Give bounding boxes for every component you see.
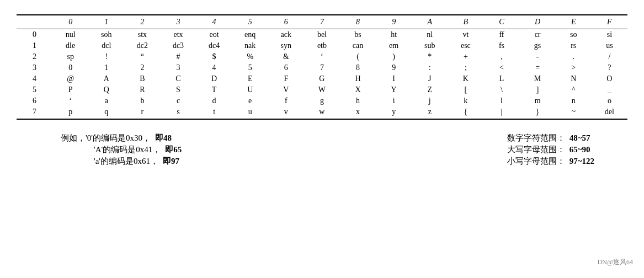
cell-3-5: 4 xyxy=(196,62,232,73)
cell-7-4: s xyxy=(160,106,196,119)
cell-2-10: ) xyxy=(376,51,412,62)
cell-2-14: - xyxy=(520,51,556,62)
cell-6-14: m xyxy=(520,95,556,106)
example-label-0: 例如，'0'的编码是0x30， xyxy=(61,133,151,143)
bottom-section: 例如，'0'的编码是0x30，即48'A'的编码是0x41，即65'a'的编码是… xyxy=(17,129,627,167)
range-row-0: 数字字符范围：48~57 xyxy=(507,133,594,143)
col-header-C: C xyxy=(483,15,519,29)
cell-3-6: 5 xyxy=(232,62,268,73)
cell-6-15: n xyxy=(556,95,592,106)
cell-7-5: t xyxy=(196,106,232,119)
cell-2-12: + xyxy=(448,51,483,62)
cell-3-2: 1 xyxy=(88,62,124,73)
cell-5-11: Z xyxy=(412,84,448,95)
col-header-B: B xyxy=(448,15,483,29)
row-index-5: 5 xyxy=(17,84,52,95)
cell-0-5: eot xyxy=(196,29,232,41)
row-index-3: 3 xyxy=(17,62,52,73)
cell-4-5: D xyxy=(196,73,232,84)
cell-0-2: soh xyxy=(88,29,124,41)
range-label-1: 大写字母范围： xyxy=(507,145,565,155)
row-index-1: 1 xyxy=(17,40,52,51)
table-row: 5PQRSTUVWXYZ[\]^_ xyxy=(17,84,627,95)
cell-2-16: / xyxy=(592,51,627,62)
table-header-row: 0123456789ABCDEF xyxy=(17,15,627,29)
cell-1-5: dc4 xyxy=(196,40,232,51)
cell-4-12: K xyxy=(448,73,483,84)
cell-6-12: k xyxy=(448,95,483,106)
cell-4-8: G xyxy=(304,73,340,84)
cell-3-7: 6 xyxy=(268,62,304,73)
cell-4-15: N xyxy=(556,73,592,84)
cell-2-9: ( xyxy=(340,51,376,62)
cell-5-5: T xyxy=(196,84,232,95)
cell-7-9: x xyxy=(340,106,376,119)
col-header-1: 1 xyxy=(88,15,124,29)
cell-6-3: b xyxy=(124,95,160,106)
cell-6-13: l xyxy=(483,95,519,106)
cell-1-13: fs xyxy=(483,40,519,51)
cell-2-8: ‘ xyxy=(304,51,340,62)
example-label-2: 'a'的编码是0x61， xyxy=(61,156,158,167)
cell-0-13: ff xyxy=(483,29,519,41)
col-header-3: 3 xyxy=(160,15,196,29)
watermark: DN@逐风64 xyxy=(598,258,633,267)
range-row-2: 小写字母范围：97~122 xyxy=(507,156,594,167)
cell-0-15: so xyxy=(556,29,592,41)
cell-1-3: dc2 xyxy=(124,40,160,51)
cell-1-7: syn xyxy=(268,40,304,51)
cell-2-15: . xyxy=(556,51,592,62)
row-index-6: 6 xyxy=(17,95,52,106)
cell-0-9: bs xyxy=(340,29,376,41)
range-value-0: 48~57 xyxy=(570,133,590,143)
range-label-0: 数字字符范围： xyxy=(507,133,565,143)
cell-6-11: j xyxy=(412,95,448,106)
cell-4-14: M xyxy=(520,73,556,84)
range-label-2: 小写字母范围： xyxy=(507,156,565,167)
cell-6-1: ‘ xyxy=(52,95,88,106)
cell-7-14: } xyxy=(520,106,556,119)
cell-7-13: | xyxy=(483,106,519,119)
cell-4-16: O xyxy=(592,73,627,84)
range-value-1: 65~90 xyxy=(570,145,590,154)
row-index-7: 7 xyxy=(17,106,52,119)
col-header-7: 7 xyxy=(304,15,340,29)
cell-0-14: cr xyxy=(520,29,556,41)
col-header-0: 0 xyxy=(52,15,88,29)
cell-7-10: y xyxy=(376,106,412,119)
col-header-9: 9 xyxy=(376,15,412,29)
cell-6-10: i xyxy=(376,95,412,106)
cell-0-10: ht xyxy=(376,29,412,41)
cell-4-3: B xyxy=(124,73,160,84)
cell-7-16: del xyxy=(592,106,627,119)
cell-2-13: , xyxy=(483,51,519,62)
range-value-2: 97~122 xyxy=(570,157,594,166)
ascii-table: 0123456789ABCDEF 0nulsohstxetxeotenqackb… xyxy=(17,14,627,120)
cell-1-16: us xyxy=(592,40,627,51)
table-row: 7pqrstuvwxyz{|}~del xyxy=(17,106,627,119)
col-header-6: 6 xyxy=(268,15,304,29)
cell-1-6: nak xyxy=(232,40,268,51)
cell-7-11: z xyxy=(412,106,448,119)
table-row: 2sp!“#$%&‘()*+,-./ xyxy=(17,51,627,62)
cell-6-4: c xyxy=(160,95,196,106)
row-index-4: 4 xyxy=(17,73,52,84)
table-row: 0nulsohstxetxeotenqackbelbshtnlvtffcrsos… xyxy=(17,29,627,41)
table-row: 1dledcldc2dc3dc4naksynetbcanemsubescfsgs… xyxy=(17,40,627,51)
examples-section: 例如，'0'的编码是0x30，即48'A'的编码是0x41，即65'a'的编码是… xyxy=(61,133,182,167)
cell-5-15: ^ xyxy=(556,84,592,95)
col-header-D: D xyxy=(520,15,556,29)
cell-3-16: ? xyxy=(592,62,627,73)
example-row-1: 'A'的编码是0x41，即65 xyxy=(61,145,182,155)
row-index-2: 2 xyxy=(17,51,52,62)
cell-1-1: dle xyxy=(52,40,88,51)
cell-5-7: V xyxy=(268,84,304,95)
cell-6-6: e xyxy=(232,95,268,106)
cell-5-10: Y xyxy=(376,84,412,95)
example-value-1: 即65 xyxy=(165,145,182,155)
cell-1-8: etb xyxy=(304,40,340,51)
cell-7-15: ~ xyxy=(556,106,592,119)
col-header-4: 4 xyxy=(196,15,232,29)
col-header-A: A xyxy=(412,15,448,29)
cell-4-1: @ xyxy=(52,73,88,84)
